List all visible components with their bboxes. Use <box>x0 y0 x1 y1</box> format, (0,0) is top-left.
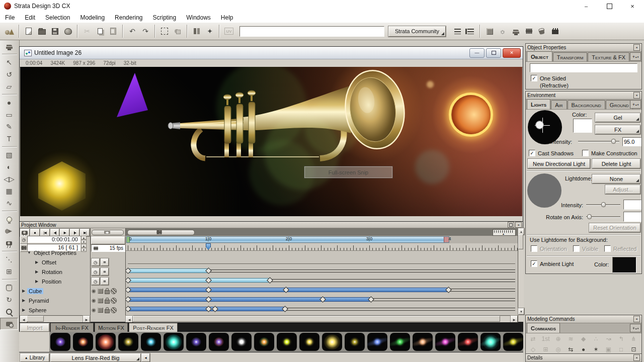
visibility-icon[interactable]: ◉ <box>92 288 96 294</box>
menu-help[interactable]: Help <box>216 12 238 23</box>
vscroll-thumb[interactable] <box>518 234 523 249</box>
rectangle-tool[interactable]: ▭ <box>0 109 18 121</box>
stopwatch-icon[interactable]: ◷ <box>92 258 100 266</box>
shaded-cube-icon[interactable] <box>483 25 496 37</box>
visibility-icon[interactable]: ◉ <box>92 298 96 303</box>
scroll-down-icon[interactable]: ▼ <box>518 308 524 315</box>
go-start-button[interactable]: |◀ <box>40 229 50 236</box>
object-select-icon[interactable] <box>171 25 184 37</box>
panel-add-tab-button[interactable]: +▴ ▾ <box>630 324 641 332</box>
render-icon[interactable] <box>61 25 74 37</box>
tree-arrow-icon[interactable]: ▼ <box>27 250 32 255</box>
minimize-button[interactable]: – <box>575 0 598 12</box>
zoom-slider-thumb[interactable]: ◀▶ <box>104 231 110 234</box>
revert-shape-icon[interactable]: ↰ <box>615 333 627 344</box>
track-bar[interactable] <box>128 268 208 273</box>
flare-purple-small[interactable] <box>50 333 70 351</box>
light-handle[interactable] <box>536 121 543 129</box>
rotate-axis-field[interactable] <box>623 212 641 222</box>
adjust-button[interactable]: Adjust... <box>605 185 640 194</box>
bone-tool[interactable]: ∿ <box>0 197 18 209</box>
transform-handles-icon[interactable]: ✦ <box>203 25 216 37</box>
dust-red[interactable] <box>458 333 478 351</box>
panel-close-button[interactable]: × <box>633 92 640 99</box>
panel-close-button[interactable]: × <box>633 354 640 361</box>
orientation-checkbox[interactable] <box>531 245 537 252</box>
flare-cyan[interactable] <box>141 333 161 351</box>
menu-windows[interactable]: Windows <box>181 12 216 23</box>
flare-white[interactable] <box>231 333 252 351</box>
intensity-slider[interactable] <box>578 139 619 144</box>
intensity-field[interactable] <box>622 137 641 146</box>
tab-lights[interactable]: Lights <box>527 99 550 109</box>
tab-texture-fx[interactable]: Texture & FX <box>588 52 629 61</box>
flare-cyan-big[interactable] <box>164 333 184 351</box>
pan-tool[interactable] <box>0 282 18 294</box>
doc-close-button[interactable]: ✕ <box>503 48 521 58</box>
object-properties-titlebar[interactable]: Object Properties × <box>526 44 641 52</box>
primitive-shapes-button[interactable] <box>3 25 16 37</box>
spray-icon[interactable]: ✶ <box>590 344 602 354</box>
texture-icon[interactable] <box>111 288 117 294</box>
sphere-tool[interactable]: ● <box>0 97 18 109</box>
smooth-path-icon[interactable]: ⇄ <box>527 333 539 344</box>
cube-wire-icon[interactable]: □ <box>615 344 627 354</box>
tree-arrow-icon[interactable]: ▶ <box>35 260 40 264</box>
stopwatch-icon[interactable]: ◷ <box>92 268 100 276</box>
lightdome-dropdown[interactable]: None <box>592 174 640 184</box>
slider-thumb[interactable] <box>587 214 592 219</box>
anvil-tool[interactable] <box>0 40 18 52</box>
details-titlebar[interactable]: Details × <box>526 354 641 362</box>
pen-tool[interactable]: ✎ <box>0 121 18 133</box>
keyframe-equals-icon[interactable]: = <box>101 268 109 276</box>
ruler-scale-widget[interactable]: ▲ <box>493 229 516 236</box>
tree-row[interactable]: ▶Pyramid <box>20 296 90 305</box>
cast-shadows-checkbox[interactable]: ✓ <box>529 150 535 156</box>
project-window-titlebar[interactable]: Project Window × <box>20 222 523 228</box>
camera-tool[interactable] <box>0 237 18 249</box>
ambient-color-swatch[interactable] <box>612 257 636 273</box>
tree-label-position[interactable]: Position <box>40 279 63 285</box>
tree-arrow-icon[interactable]: ▶ <box>22 298 27 303</box>
tree-row[interactable]: ▶Rotation <box>20 267 90 277</box>
panel-add-tab-button[interactable]: +▴ ▾ <box>630 52 641 61</box>
spotlight-tool[interactable] <box>0 225 18 237</box>
one-sided-checkbox[interactable]: ✓ <box>531 75 537 81</box>
filmstrip-icon[interactable] <box>522 25 535 37</box>
doc-restore-button[interactable] <box>486 48 501 58</box>
round-cube-icon[interactable]: ◎ <box>552 344 565 354</box>
sheet-icon[interactable]: ◇ <box>527 344 539 354</box>
menu-file[interactable]: File <box>0 12 20 23</box>
path-tool[interactable]: ⋱ <box>0 253 18 265</box>
flare-red-orange[interactable] <box>73 333 93 351</box>
gel-dropdown[interactable]: Gel <box>595 113 640 122</box>
fx-dropdown[interactable]: FX <box>595 125 640 134</box>
branch-icon[interactable]: ⋔ <box>627 333 640 344</box>
render-canvas[interactable]: Full-screen Snip <box>20 67 522 216</box>
visibility-icon[interactable]: ◉ <box>92 307 96 313</box>
ambient-light-checkbox[interactable]: ✓ <box>531 260 537 267</box>
new-document-icon[interactable] <box>22 25 35 37</box>
flare-orange-green[interactable] <box>254 333 274 351</box>
redo-icon[interactable]: ↷ <box>139 25 152 37</box>
flare-yellow[interactable] <box>299 333 319 351</box>
doc-minimize-button[interactable]: — <box>469 48 485 58</box>
zoom-tool[interactable] <box>0 306 18 318</box>
object-name-field[interactable] <box>530 63 637 72</box>
tab-ground[interactable]: Ground <box>606 100 633 109</box>
tab-background[interactable]: Background <box>568 100 605 109</box>
import-button[interactable]: Import <box>20 323 49 332</box>
flare-red-big[interactable] <box>96 333 116 351</box>
close-button[interactable]: × <box>621 0 644 12</box>
clapperboard-icon[interactable] <box>548 25 561 37</box>
undo-icon[interactable]: ↶ <box>126 25 139 37</box>
bomb-icon[interactable]: ● <box>577 344 590 354</box>
toolbar-text-field[interactable] <box>239 26 384 37</box>
cut-icon[interactable]: ✂ <box>80 25 94 37</box>
tree-arrow-icon[interactable]: ▶ <box>22 289 27 293</box>
shaded-render-icon[interactable] <box>98 288 103 294</box>
modeling-commands-titlebar[interactable]: Modeling Commands × <box>526 315 641 323</box>
save-file-icon[interactable] <box>48 25 61 37</box>
stop-button[interactable]: ■ <box>30 229 40 236</box>
light-tool[interactable] <box>0 213 18 225</box>
